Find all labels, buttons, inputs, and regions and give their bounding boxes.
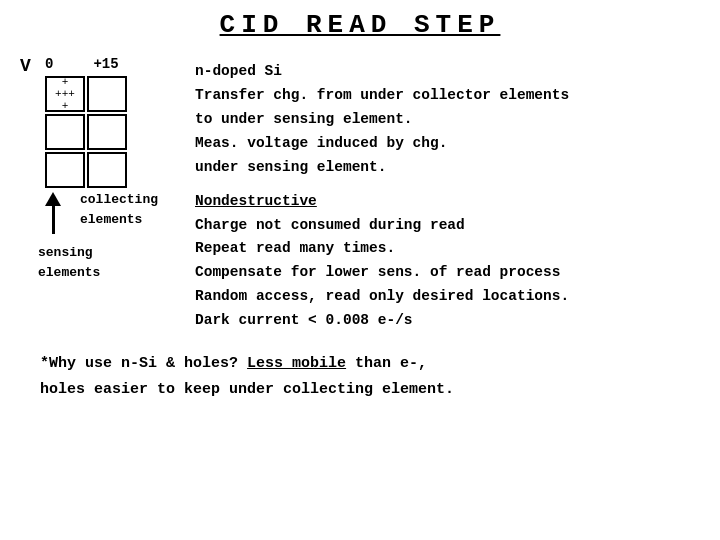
page: CID READ STEP V 0 +15 + +++ + — [0, 0, 720, 540]
bottom-note-text1: *Why use n-Si & holes? — [40, 355, 238, 372]
v-label: V — [20, 56, 31, 76]
sensing-label: sensing elements — [38, 243, 100, 282]
bottom-note: *Why use n-Si & holes? Less mobile than … — [20, 351, 700, 402]
bottom-note-rest1: than e-, — [346, 355, 427, 372]
cell-empty-top-right — [87, 76, 127, 112]
mid-cell-row — [45, 114, 127, 150]
bottom-note-line1: *Why use n-Si & holes? Less mobile than … — [40, 351, 680, 377]
page-title: CID READ STEP — [20, 10, 700, 40]
top-cell-row: + +++ + — [45, 76, 127, 112]
arrow-up-container — [45, 192, 61, 234]
cell-plus: + +++ + — [45, 76, 85, 112]
bdesc-line-1: Charge not consumed during read — [195, 214, 700, 238]
desc-line-5: under sensing element. — [195, 156, 700, 180]
top-description: n-doped Si Transfer chg. from under coll… — [195, 60, 700, 180]
bottom-cell-row — [45, 152, 127, 188]
cell-bot-right — [87, 152, 127, 188]
arrow-up-line — [52, 206, 55, 234]
cell-bot-left — [45, 152, 85, 188]
desc-line-4: Meas. voltage induced by chg. — [195, 132, 700, 156]
bdesc-line-4: Random access, read only desired locatio… — [195, 285, 700, 309]
arrow-up-head — [45, 192, 61, 206]
bottom-description: Nondestructive Charge not consumed durin… — [195, 190, 700, 334]
desc-line-3: to under sensing element. — [195, 108, 700, 132]
cell-mid-left — [45, 114, 85, 150]
bdesc-line-2: Repeat read many times. — [195, 237, 700, 261]
desc-line-2: Transfer chg. from under collector eleme… — [195, 84, 700, 108]
desc-line-1: n-doped Si — [195, 60, 700, 84]
voltage-row: 0 +15 — [45, 56, 119, 72]
voltage-zero: 0 — [45, 56, 53, 72]
cell-mid-right — [87, 114, 127, 150]
bottom-note-line2: holes easier to keep under collecting el… — [40, 377, 680, 403]
bdesc-line-5: Dark current < 0.008 e-/s — [195, 309, 700, 333]
right-panel: n-doped Si Transfer chg. from under coll… — [195, 60, 700, 333]
collecting-label: collecting elements — [80, 190, 158, 229]
voltage-plus15: +15 — [93, 56, 118, 72]
nondestructive-label: Nondestructive — [195, 190, 700, 214]
bottom-note-underline: Less mobile — [247, 355, 346, 372]
bdesc-line-3: Compensate for lower sens. of read proce… — [195, 261, 700, 285]
